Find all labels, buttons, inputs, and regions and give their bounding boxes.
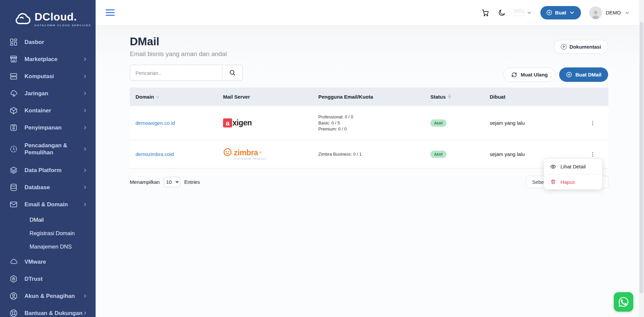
row-actions-kebab-button[interactable] (587, 117, 598, 129)
sidebar-item-label: Pencadangan & Pemulihan (24, 142, 77, 156)
sort-down-icon[interactable]: ▽ (156, 96, 159, 99)
chevron-right-icon (83, 202, 88, 207)
documentation-button-label: Dokumentasi (570, 44, 601, 50)
menu-item-hapus[interactable]: Hapus (544, 174, 602, 189)
person-icon (591, 9, 601, 19)
box-icon (9, 106, 18, 115)
flag-white-stripe (515, 10, 524, 13)
buat-button[interactable]: Buat (540, 6, 581, 19)
sidebar-item-vmware[interactable]: VMware (0, 253, 96, 270)
dark-mode-moon-icon[interactable] (498, 9, 506, 17)
dashboard-icon (9, 38, 18, 46)
scrollbar-thumb[interactable] (640, 22, 643, 294)
scrollbar-track[interactable] (639, 0, 644, 317)
sidebar-item-dtrust[interactable]: DTrust (0, 270, 96, 287)
sidebar-toggle-button[interactable] (106, 9, 115, 16)
status-badge: Aktif (430, 119, 446, 127)
sidebar-item-email-domain[interactable]: Email & Domain (0, 196, 96, 213)
column-header-domain[interactable]: Domain▽ (130, 94, 223, 100)
subitem-label: Registrasi Domain (30, 230, 75, 236)
sidebar-item-akun-penagihan[interactable]: Akun & Penagihan (0, 287, 96, 305)
refresh-icon (511, 72, 517, 78)
chevron-right-icon (83, 311, 88, 316)
search-icon (229, 69, 236, 76)
subitem-label: DMail (30, 217, 44, 223)
sidebar-item-bantuan-dukungan[interactable]: Bantuan & Dukungan (0, 305, 96, 317)
created-cell: sejam yang lalu (490, 120, 587, 126)
axigen-logo-mark: a (223, 118, 232, 127)
page-size-select[interactable]: 10 (164, 177, 180, 187)
column-header-mail-server: Mail Server (223, 94, 318, 100)
language-selector[interactable] (514, 9, 532, 16)
cart-icon[interactable] (481, 9, 489, 17)
chevron-right-icon (83, 57, 88, 62)
reload-button-label: Muat Ulang (521, 72, 548, 77)
cloud-network-icon (9, 89, 18, 98)
sidebar-nav: Dasbor Marketplace Komputasi Jaringan Ko… (0, 32, 96, 317)
sidebar-item-kontainer[interactable]: Kontainer (0, 102, 96, 119)
chevron-right-icon (83, 74, 88, 79)
database-icon (9, 183, 18, 192)
zimbra-tagline: A SYNACOR PRODUCT (234, 158, 267, 160)
sidebar-subitem-registrasi-domain[interactable]: Registrasi Domain (0, 226, 96, 240)
dcloud-logo[interactable]: DCloud. DATACOMM CLOUD SERVICES (0, 0, 96, 32)
sidebar-item-pencadangan-pemulihan[interactable]: Pencadangan & Pemulihan (0, 136, 96, 162)
sidebar-item-label: Akun & Penagihan (24, 293, 75, 300)
menu-item-lihat-detail[interactable]: Lihat Detail (544, 159, 602, 174)
hexagon-shield-icon (9, 275, 18, 283)
documentation-button[interactable]: ? Dokumentasi (554, 40, 608, 54)
user-menu[interactable]: DEMO (589, 6, 630, 19)
chevron-down-icon (569, 9, 575, 16)
sidebar-item-label: Jaringan (24, 90, 48, 97)
sort-up-down-icon[interactable]: △▽ (448, 94, 451, 99)
create-dmail-button[interactable]: Buat DMail (559, 67, 608, 82)
sidebar-item-marketplace[interactable]: Marketplace (0, 51, 96, 68)
search-group (130, 65, 243, 81)
column-header-status[interactable]: Status△▽ (430, 94, 490, 100)
domain-link[interactable]: demoaxigen.co.id (130, 120, 223, 126)
sidebar-item-data-platform[interactable]: Data Platform (0, 162, 96, 179)
buat-button-label: Buat (555, 10, 566, 15)
chevron-right-icon (83, 147, 88, 152)
search-input[interactable] (130, 65, 222, 81)
created-cell: sejam yang lalu (490, 151, 587, 157)
chevron-right-icon (83, 108, 88, 113)
plus-circle-icon (546, 9, 552, 16)
sidebar-item-label: Marketplace (24, 56, 57, 63)
zimbra-logo: zimbra® A SYNACOR PRODUCT (223, 148, 318, 161)
main-content: DMail Email bisnis yang aman dan andal ?… (96, 25, 644, 317)
life-buoy-icon (9, 309, 18, 317)
sidebar-item-komputasi[interactable]: Komputasi (0, 68, 96, 85)
page-subtitle: Email bisnis yang aman dan andal (130, 50, 227, 58)
sidebar-item-label: Komputasi (24, 73, 54, 80)
reload-button[interactable]: Muat Ulang (503, 67, 555, 82)
column-header-pengguna: Pengguna Email/Kuota (318, 94, 430, 100)
chevron-right-icon (83, 185, 88, 190)
sidebar-item-database[interactable]: Database (0, 179, 96, 196)
whatsapp-button[interactable] (614, 292, 633, 312)
storefront-icon (9, 55, 18, 63)
menu-item-label: Hapus (560, 179, 575, 185)
cloud-icon (9, 258, 18, 266)
topbar: Buat DEMO (96, 0, 644, 25)
chevron-right-icon (83, 125, 88, 130)
chevron-right-icon (83, 294, 88, 299)
sidebar-item-label: DTrust (24, 275, 43, 282)
sidebar-subitem-dmail[interactable]: DMail (0, 213, 96, 226)
sidebar: DCloud. DATACOMM CLOUD SERVICES Dasbor M… (0, 0, 96, 317)
sidebar-item-penyimpanan[interactable]: Penyimpanan (0, 119, 96, 136)
sidebar-item-jaringan[interactable]: Jaringan (0, 85, 96, 102)
row-actions-kebab-button[interactable] (587, 149, 598, 160)
user-circle-icon (9, 292, 18, 300)
search-button[interactable] (222, 65, 243, 81)
sidebar-subitem-manajemen-dns[interactable]: Manajemen DNS (0, 240, 96, 253)
entries-label: Entries (184, 179, 200, 185)
username-label: DEMO (606, 10, 621, 15)
axigen-logo: axigen (223, 118, 318, 127)
sidebar-item-dasbor[interactable]: Dasbor (0, 34, 96, 51)
domain-link[interactable]: demozimbra.coid (130, 151, 223, 157)
subitem-label: Manajemen DNS (30, 244, 72, 250)
entries-control: Menampilkan 10 Entries (130, 176, 200, 188)
dcloud-app: DCloud. DATACOMM CLOUD SERVICES Dasbor M… (0, 0, 644, 317)
table-row: demoaxigen.co.id axigen Professional: 0 … (130, 106, 608, 140)
